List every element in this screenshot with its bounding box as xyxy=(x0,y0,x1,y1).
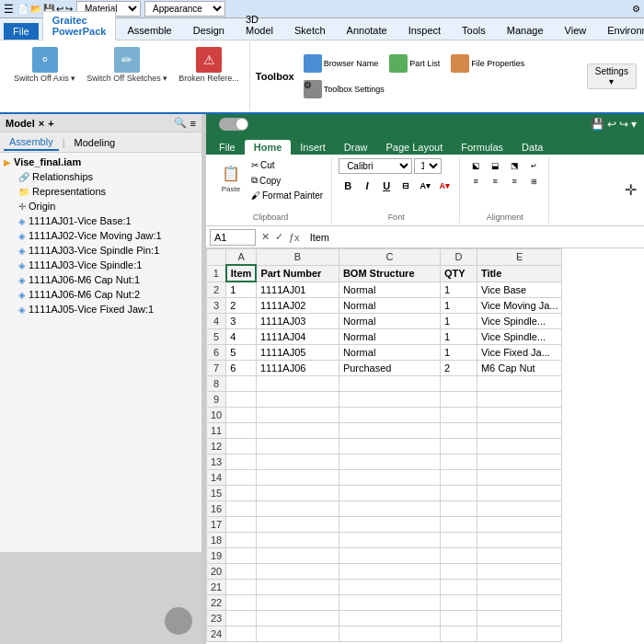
modeling-tab[interactable]: Modeling xyxy=(69,135,121,150)
cell-r16-c2[interactable] xyxy=(256,501,339,517)
cell-r6-c3[interactable]: Normal xyxy=(339,345,440,361)
cell-r22-c2[interactable] xyxy=(256,595,339,611)
align-top-right-btn[interactable]: ⬔ xyxy=(505,158,523,173)
cell-r9-c1[interactable] xyxy=(226,392,257,408)
cut-btn[interactable]: ✂ Cut xyxy=(248,158,326,172)
cell-r21-c5[interactable] xyxy=(477,580,562,595)
cell-r5-c1[interactable]: 4 xyxy=(226,329,257,345)
tree-component-4[interactable]: ◈ 1111AJ03-Vice Spindle:1 xyxy=(15,258,201,272)
assemble-tab[interactable]: Assemble xyxy=(117,21,181,40)
switch-off-axis-btn[interactable]: ⚬ Switch Off Axis ▾ xyxy=(9,44,80,86)
cell-r21-c4[interactable] xyxy=(440,580,477,595)
cell-r1-c1[interactable]: Item xyxy=(226,265,257,282)
cell-r8-c2[interactable] xyxy=(256,376,339,392)
cell-r21-c3[interactable] xyxy=(339,580,440,595)
inspect-tab[interactable]: Inspect xyxy=(398,21,451,40)
align-right-btn[interactable]: ≡ xyxy=(505,174,523,189)
cell-r9-c5[interactable] xyxy=(477,392,562,408)
tree-root-item[interactable]: ▶ Vise_final.iam xyxy=(0,155,201,169)
cell-r13-c4[interactable] xyxy=(440,454,477,470)
cell-r19-c5[interactable] xyxy=(477,548,562,564)
cell-r3-c5[interactable]: Vice Moving Ja... xyxy=(477,298,562,314)
cell-r15-c2[interactable] xyxy=(256,486,339,501)
italic-btn[interactable]: I xyxy=(358,178,376,194)
cell-r3-c3[interactable]: Normal xyxy=(339,298,440,314)
cell-r18-c1[interactable] xyxy=(226,533,257,548)
fill-color-btn[interactable]: A▾ xyxy=(416,178,434,194)
cancel-formula-btn[interactable]: ✕ xyxy=(259,231,271,243)
tree-component-6[interactable]: ◈ 1111AJ06-M6 Cap Nut:2 xyxy=(15,287,201,302)
cell-r4-c1[interactable]: 3 xyxy=(226,314,257,329)
cell-r12-c4[interactable] xyxy=(440,439,477,454)
add-tab-btn[interactable]: + xyxy=(48,118,53,129)
cell-r19-c4[interactable] xyxy=(440,548,477,564)
cell-r14-c1[interactable] xyxy=(226,470,257,486)
settings-icon[interactable]: ⚙ xyxy=(632,4,640,14)
cell-r19-c3[interactable] xyxy=(339,548,440,564)
cell-r15-c5[interactable] xyxy=(477,486,562,501)
tree-relationships[interactable]: 🔗 Relationships xyxy=(15,169,201,184)
cell-r14-c2[interactable] xyxy=(256,470,339,486)
cell-r4-c5[interactable]: Vice Spindle... xyxy=(477,314,562,329)
autosave-toggle[interactable] xyxy=(219,118,248,131)
copy-btn[interactable]: ⧉ Copy xyxy=(248,173,326,188)
cell-r18-c5[interactable] xyxy=(477,533,562,548)
cell-r3-c2[interactable]: 1111AJ02 xyxy=(256,298,339,314)
align-left-btn[interactable]: ≡ xyxy=(466,174,485,189)
cell-r13-c2[interactable] xyxy=(256,454,339,470)
format-painter-btn[interactable]: 🖌 Format Painter xyxy=(248,189,326,202)
cell-r5-c3[interactable]: Normal xyxy=(339,329,440,345)
bold-btn[interactable]: B xyxy=(339,178,357,194)
appearance-dropdown[interactable]: Appearance xyxy=(144,1,225,17)
cell-r17-c4[interactable] xyxy=(440,517,477,533)
view-cube[interactable] xyxy=(165,607,192,635)
cell-r11-c3[interactable] xyxy=(339,423,440,439)
cell-r17-c1[interactable] xyxy=(226,517,257,533)
cell-r12-c5[interactable] xyxy=(477,439,562,454)
cell-r13-c3[interactable] xyxy=(339,454,440,470)
save-icon-xl[interactable]: 💾 xyxy=(591,118,604,131)
cell-r23-c4[interactable] xyxy=(440,611,477,627)
sketch-tab[interactable]: Sketch xyxy=(284,21,336,40)
cell-r6-c1[interactable]: 5 xyxy=(226,345,257,361)
cell-r14-c3[interactable] xyxy=(339,470,440,486)
font-name-select[interactable]: Calibri xyxy=(339,158,412,174)
cell-r24-c1[interactable] xyxy=(226,627,257,642)
col-header-d[interactable]: D xyxy=(440,249,477,266)
cell-r2-c5[interactable]: Vice Base xyxy=(477,282,562,298)
cell-r16-c1[interactable] xyxy=(226,501,257,517)
file-tab-cad[interactable]: File xyxy=(4,23,39,40)
cell-r2-c4[interactable]: 1 xyxy=(440,282,477,298)
wrap-text-btn[interactable]: ↵ xyxy=(524,158,543,173)
insert-function-btn[interactable]: ƒx xyxy=(287,232,302,243)
cell-r24-c5[interactable] xyxy=(477,627,562,642)
cell-r20-c2[interactable] xyxy=(256,564,339,580)
panel-menu-icon[interactable]: ≡ xyxy=(190,118,196,129)
cell-r5-c4[interactable]: 1 xyxy=(440,329,477,345)
more-icon-xl[interactable]: ▾ xyxy=(631,118,637,131)
redo-icon-xl[interactable]: ↪ xyxy=(619,118,628,131)
cell-r1-c3[interactable]: BOM Structure xyxy=(339,265,440,282)
cell-r10-c2[interactable] xyxy=(256,408,339,423)
cell-r20-c3[interactable] xyxy=(339,564,440,580)
cell-r19-c1[interactable] xyxy=(226,548,257,564)
cell-r7-c4[interactable]: 2 xyxy=(440,361,477,376)
tree-component-5[interactable]: ◈ 1111AJ06-M6 Cap Nut:1 xyxy=(15,272,201,287)
cell-r4-c4[interactable]: 1 xyxy=(440,314,477,329)
cell-r17-c3[interactable] xyxy=(339,517,440,533)
ribbon-expand-icon[interactable]: ✛ xyxy=(625,181,637,199)
cell-r12-c2[interactable] xyxy=(256,439,339,454)
view-tab[interactable]: View xyxy=(555,21,597,40)
cell-r17-c2[interactable] xyxy=(256,517,339,533)
cell-r8-c1[interactable] xyxy=(226,376,257,392)
file-properties-btn[interactable]: File Properties xyxy=(447,52,528,75)
cell-r18-c3[interactable] xyxy=(339,533,440,548)
cell-r23-c5[interactable] xyxy=(477,611,562,627)
cell-r2-c1[interactable]: 1 xyxy=(226,282,257,298)
cell-r18-c2[interactable] xyxy=(256,533,339,548)
formula-input[interactable] xyxy=(305,229,640,246)
cell-reference-input[interactable] xyxy=(210,229,256,246)
cell-r4-c2[interactable]: 1111AJ03 xyxy=(256,314,339,329)
underline-btn[interactable]: U xyxy=(377,178,396,194)
broken-ref-btn[interactable]: ⚠ Broken Refere... xyxy=(174,44,244,86)
